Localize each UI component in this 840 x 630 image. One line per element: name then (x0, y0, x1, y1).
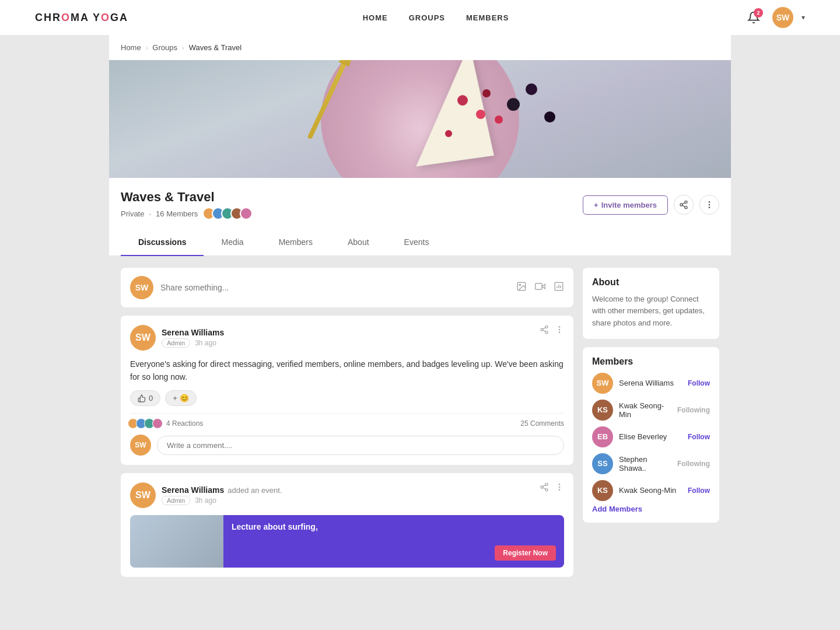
about-title: About (592, 277, 710, 288)
members-card: Members SW Serena Williams Follow KS Kwa… (583, 347, 719, 523)
member-name-4: Kwak Seong-Min (619, 486, 682, 495)
post-avatar-1: SW (130, 325, 156, 351)
post-actions-right-2 (540, 482, 564, 494)
post-badge-1: Admin (162, 338, 190, 348)
comment-input-row-1: SW (130, 435, 564, 456)
breadcrumb-sep-2: › (182, 44, 184, 51)
tab-media[interactable]: Media (204, 229, 261, 256)
post-user-info-1: Serena Williams Admin 3h ago (162, 328, 224, 348)
svg-point-2 (685, 206, 687, 209)
more-post-icon-1[interactable] (555, 325, 564, 337)
post-username-2: Serena Williams (162, 485, 224, 495)
post-body-1: Everyone's asking for direct messaging, … (130, 358, 564, 384)
nav-right: 2 SW ▾ (743, 7, 805, 28)
follow-btn-0[interactable]: Follow (688, 379, 710, 387)
group-subtitle: Private · 16 Members (121, 207, 253, 220)
post-card-1: SW Serena Williams Admin 3h ago (121, 316, 573, 466)
follow-btn-4[interactable]: Follow (688, 487, 710, 495)
svg-point-9 (519, 284, 520, 285)
logo: CHROMA YOGA (35, 12, 128, 24)
group-info: Waves & Travel Private · 16 Members + In… (109, 178, 731, 229)
plus-icon: + (594, 201, 598, 209)
follow-btn-1[interactable]: Following (677, 406, 710, 414)
member-avatar-sm-4: KS (592, 480, 613, 501)
nav-members[interactable]: MEMBERS (466, 13, 509, 22)
post-user-2: SW Serena Williams added an event. Admin… (130, 482, 282, 508)
svg-point-1 (680, 204, 682, 206)
video-icon[interactable] (535, 281, 545, 294)
about-card: About Welcome to the group! Connect with… (583, 268, 719, 339)
member-avatar-sm-0: SW (592, 373, 613, 394)
post-added-event: added an event. (228, 486, 282, 495)
share-group-button[interactable] (674, 195, 694, 215)
share-input[interactable] (160, 283, 509, 292)
members-title: Members (592, 356, 710, 367)
svg-point-0 (685, 201, 687, 203)
member-item-2: EB Elise Beverley Follow (592, 426, 710, 447)
more-options-button[interactable] (699, 195, 719, 215)
event-thumbnail: Lecture about surfing, Register Now (130, 515, 564, 568)
notification-bell[interactable]: 2 (743, 7, 764, 28)
more-post-icon-2[interactable] (555, 482, 564, 494)
svg-point-16 (545, 326, 548, 328)
breadcrumb-groups[interactable]: Groups (152, 43, 177, 52)
group-actions: + Invite members (583, 195, 719, 215)
invite-members-button[interactable]: + Invite members (583, 195, 668, 215)
reaction-avatars-1 (130, 418, 163, 429)
member-avatar-5 (240, 207, 253, 220)
member-avatar-sm-3: SS (592, 453, 613, 474)
event-register-button[interactable]: Register Now (495, 545, 556, 561)
share-box: SW (121, 268, 573, 307)
navbar: CHROMA YOGA HOME GROUPS MEMBERS 2 SW ▾ (0, 0, 840, 35)
member-list: SW Serena Williams Follow KS Kwak Seong-… (592, 373, 710, 501)
svg-point-25 (541, 486, 543, 488)
photo-icon[interactable] (516, 281, 527, 294)
member-name-1: Kwak Seong-Min (619, 401, 671, 419)
breadcrumb-current: Waves & Travel (189, 43, 242, 52)
user-avatar-nav[interactable]: SW (772, 7, 793, 28)
tab-about[interactable]: About (330, 229, 387, 256)
svg-point-26 (545, 489, 548, 491)
tab-events[interactable]: Events (387, 229, 447, 256)
svg-point-21 (559, 326, 561, 328)
svg-line-3 (682, 205, 685, 207)
event-details: Lecture about surfing, Register Now (223, 515, 564, 568)
post-time-2: 3h ago (195, 496, 216, 505)
follow-btn-2[interactable]: Follow (688, 433, 710, 441)
svg-point-18 (545, 331, 548, 333)
member-name-2: Elise Beverley (619, 432, 682, 441)
event-image (130, 515, 223, 568)
post-time-1: 3h ago (195, 339, 216, 347)
emoji-button-1[interactable]: + 😊 (165, 390, 197, 406)
comments-count-1[interactable]: 25 Comments (520, 419, 564, 428)
group-dot: · (149, 209, 151, 218)
tab-members[interactable]: Members (261, 229, 330, 256)
chevron-down-icon[interactable]: ▾ (802, 13, 805, 22)
svg-line-4 (682, 202, 685, 204)
like-button-1[interactable]: 0 (130, 390, 160, 406)
about-text: Welcome to the group! Connect with other… (592, 293, 710, 330)
tab-discussions[interactable]: Discussions (121, 229, 204, 256)
svg-point-6 (709, 204, 710, 206)
breadcrumb-home[interactable]: Home (121, 43, 141, 52)
member-item-1: KS Kwak Seong-Min Following (592, 400, 710, 421)
nav-groups[interactable]: GROUPS (409, 13, 445, 22)
comment-input-1[interactable] (157, 436, 564, 455)
group-tabs: Discussions Media Members About Events (109, 229, 731, 256)
post-user-info-2: Serena Williams added an event. Admin 3h… (162, 485, 282, 505)
follow-btn-3[interactable]: Following (677, 460, 710, 468)
member-item-4: KS Kwak Seong-Min Follow (592, 480, 710, 501)
poll-icon[interactable] (554, 281, 564, 294)
svg-point-17 (541, 328, 543, 331)
post-badge-2: Admin (162, 496, 190, 505)
svg-line-20 (543, 327, 546, 329)
group-member-count: 16 Members (156, 209, 198, 218)
add-members-link[interactable]: Add Members (592, 505, 710, 513)
share-post-icon-1[interactable] (540, 325, 549, 337)
nav-home[interactable]: HOME (363, 13, 388, 22)
share-icons (516, 281, 564, 294)
share-post-icon-2[interactable] (540, 482, 549, 494)
member-name-0: Serena Williams (619, 379, 682, 387)
post-user-1: SW Serena Williams Admin 3h ago (130, 325, 224, 351)
nav-links: HOME GROUPS MEMBERS (363, 13, 509, 22)
